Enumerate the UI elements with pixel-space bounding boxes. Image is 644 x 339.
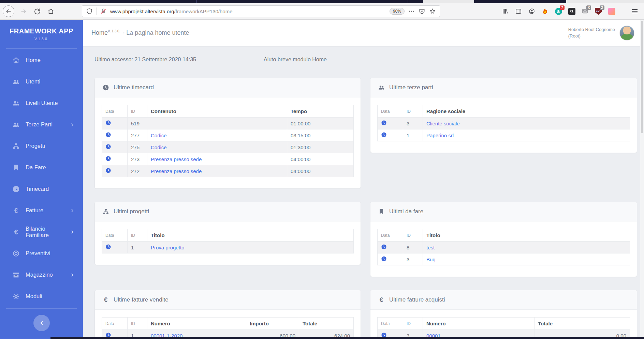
sidebar-item-bilancio-familiare[interactable]: €Bilancio Familiare xyxy=(0,221,83,243)
ublock-origin-icon[interactable]: UO 2 xyxy=(594,7,603,16)
clock-icon[interactable] xyxy=(105,244,111,250)
table-row: 8test xyxy=(378,242,630,253)
table-row: 51901:00:00 xyxy=(102,118,354,129)
sidebar-item-timecard[interactable]: Timecard xyxy=(0,178,83,200)
brand: FRAMEWORK APP V.1.3.0. xyxy=(0,20,83,41)
column-header: ID xyxy=(128,318,147,330)
color-swatch xyxy=(608,8,615,15)
zoom-level-badge[interactable]: 90% xyxy=(390,8,405,15)
sidebar-item-preventivi[interactable]: Preventivi xyxy=(0,243,83,264)
column-header: ID xyxy=(128,105,147,118)
clock-icon[interactable] xyxy=(381,120,387,126)
sidebar-collapse-button[interactable] xyxy=(33,315,50,331)
sidebar-item-home[interactable]: Home xyxy=(0,49,83,71)
card-body: DataIDTitolo8test3Bug xyxy=(370,221,637,277)
active-tab-strip[interactable] xyxy=(423,0,474,3)
sidebar-item-livelli-utente[interactable]: Livelli Utente xyxy=(0,92,83,114)
sidebar-item-label: Fatture xyxy=(26,207,43,214)
table-row: 1Prova progetto xyxy=(102,242,354,253)
cell-link[interactable]: Presenza presso sede xyxy=(151,168,202,174)
colorzilla-icon[interactable] xyxy=(607,7,616,16)
clock-icon xyxy=(12,185,20,193)
home-button[interactable] xyxy=(46,7,55,16)
cell-text: 3 xyxy=(407,257,409,262)
chevron-right-icon xyxy=(70,230,75,234)
column-header: Numero xyxy=(423,318,535,330)
cell-text-wrap: 1 xyxy=(128,242,147,253)
clock-icon[interactable] xyxy=(381,256,387,262)
home-icon xyxy=(12,57,20,64)
sidebar-item-magazzino[interactable]: Magazzino xyxy=(0,264,83,286)
firefox-send-icon[interactable] xyxy=(541,7,550,16)
card-title: Ultime terze parti xyxy=(389,84,433,91)
cell-link[interactable]: test xyxy=(426,245,435,250)
sidebar-divider xyxy=(6,48,77,49)
header-divider xyxy=(199,26,199,40)
cell-link-wrap: Bug xyxy=(423,253,630,265)
card-title: Ultime fatture vendite xyxy=(114,296,169,303)
ublock-badge: 2 xyxy=(600,5,604,10)
pocket-icon[interactable] xyxy=(418,7,426,15)
page-actions-icon[interactable] xyxy=(408,7,415,15)
bookmark-icon xyxy=(378,208,385,215)
sidebar-item-utenti[interactable]: Utenti xyxy=(0,71,83,92)
clock-icon[interactable] xyxy=(381,244,387,250)
account-icon[interactable] xyxy=(527,7,536,16)
cell-data xyxy=(102,129,128,141)
cell-link[interactable]: Presenza presso sede xyxy=(151,156,202,162)
url-text[interactable]: www.phprojekt.altervista.org/frameworkAP… xyxy=(110,9,386,14)
page-header: HomeV. 1.3.0. - La pagina home utente Ro… xyxy=(83,20,644,46)
clock-icon[interactable] xyxy=(381,132,387,138)
cell-link[interactable]: Cliente sociale xyxy=(426,121,460,126)
clock-icon[interactable] xyxy=(105,144,111,150)
sidebars-icon[interactable] xyxy=(514,7,523,16)
card-header: Ultime terze parti xyxy=(370,78,637,97)
sidebar-item-progetti[interactable]: Progetti xyxy=(0,135,83,157)
tracking-protection-shield-icon[interactable] xyxy=(86,7,93,15)
cell-link[interactable]: Bug xyxy=(426,257,436,262)
sidebar-item-fatture[interactable]: €Fatture xyxy=(0,200,83,221)
sidebar-item-terze-parti[interactable]: Terze Parti xyxy=(0,114,83,135)
reload-button[interactable] xyxy=(33,7,42,16)
cell-link[interactable]: Codice xyxy=(151,133,167,138)
scrollbar-thumb[interactable] xyxy=(641,21,643,133)
card-body: DataIDNumeroImportoTotale100001-1-202060… xyxy=(95,310,361,339)
card-ultimi-da-fare: Ultimi da fareDataIDTitolo8test3Bug xyxy=(370,202,637,277)
users-icon xyxy=(378,84,385,91)
search-magnifier-extension-icon[interactable] xyxy=(567,7,576,16)
clock-icon[interactable] xyxy=(105,168,111,173)
forward-button[interactable] xyxy=(19,7,28,16)
cell-link[interactable]: Paperino srl xyxy=(426,133,454,138)
avast-extension-icon[interactable]: a 7 xyxy=(554,7,563,16)
vertical-scrollbar[interactable] xyxy=(640,20,644,337)
hamburger-menu-icon[interactable] xyxy=(630,9,639,13)
cell-text: 275 xyxy=(131,144,140,150)
cell-text: 01:00:00 xyxy=(291,121,310,126)
sidebar-item-da-fare[interactable]: Da Fare xyxy=(0,157,83,178)
bottom-scrollbar-strip xyxy=(50,337,644,339)
clock-icon[interactable] xyxy=(105,156,111,161)
clock-icon[interactable] xyxy=(105,132,111,138)
cell-link-wrap: Codice xyxy=(147,129,287,141)
cell-link[interactable]: Codice xyxy=(151,144,167,150)
card-title: Ultime timecard xyxy=(114,84,154,91)
back-button[interactable] xyxy=(3,5,14,17)
url-bar[interactable]: www.phprojekt.altervista.org/frameworkAP… xyxy=(82,5,440,17)
sidebar-divider-bottom xyxy=(6,308,77,309)
clock-icon[interactable] xyxy=(105,120,111,126)
cell-link[interactable]: Prova progetto xyxy=(151,245,184,250)
cell-data xyxy=(378,118,403,129)
mail-extension-icon[interactable]: X xyxy=(581,7,589,16)
cell-text-wrap: 3 xyxy=(403,253,423,265)
sidebar-item-moduli[interactable]: Moduli xyxy=(0,286,83,307)
cell-link-wrap: Presenza presso sede xyxy=(147,165,287,177)
user-menu[interactable]: Roberto Root Cognome (Root) xyxy=(568,26,634,41)
bookmark-star-icon[interactable] xyxy=(429,7,436,15)
cell-text-wrap xyxy=(147,118,287,129)
euro-icon: € xyxy=(102,296,109,303)
insecure-lock-icon[interactable] xyxy=(100,7,107,15)
library-icon[interactable] xyxy=(501,7,510,16)
sidebar-item-label: Utenti xyxy=(26,78,40,85)
sidebar-item-label: Moduli xyxy=(26,293,42,299)
column-header: Totale xyxy=(535,318,630,330)
